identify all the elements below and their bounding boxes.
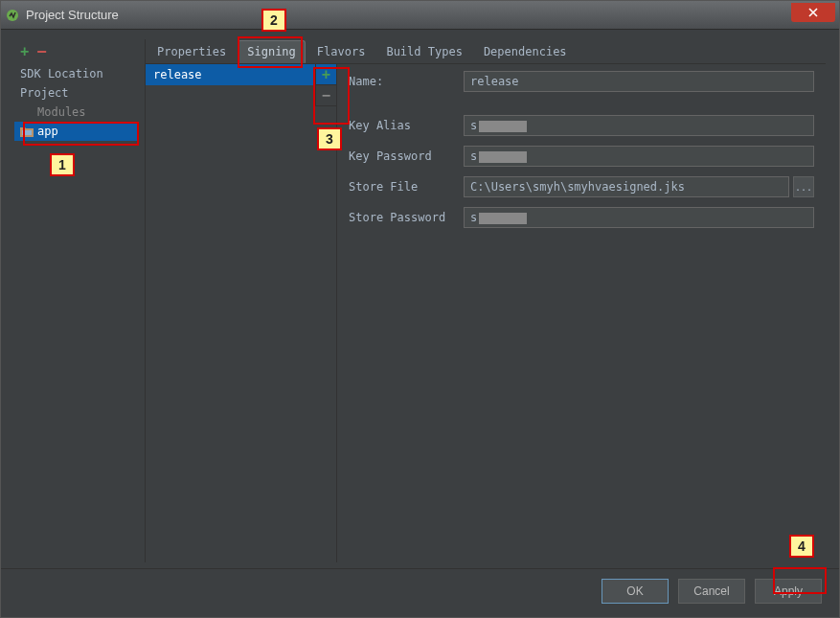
tab-properties[interactable]: Properties [148, 40, 236, 63]
close-button[interactable] [791, 3, 835, 22]
main-panel: Properties Signing Flavors Build Types D… [145, 39, 826, 562]
tab-signing[interactable]: Signing [238, 40, 306, 63]
sidebar-item-sdk-location[interactable]: SDK Location [14, 64, 139, 83]
add-module-button[interactable]: + [20, 43, 29, 60]
svg-rect-1 [22, 130, 32, 135]
dialog-button-bar: OK Cancel Apply [1, 568, 839, 617]
remove-module-button[interactable]: − [36, 42, 47, 62]
key-password-input[interactable]: s [464, 146, 814, 167]
ok-button[interactable]: OK [602, 579, 669, 604]
key-alias-input[interactable]: s [464, 115, 814, 136]
key-password-value: s [470, 149, 477, 163]
tab-dependencies[interactable]: Dependencies [474, 40, 577, 63]
sidebar-item-project[interactable]: Project [14, 83, 139, 103]
store-file-input[interactable] [464, 176, 789, 197]
tab-flavors[interactable]: Flavors [307, 40, 375, 63]
close-icon [808, 8, 818, 17]
redacted-segment [479, 151, 527, 163]
sidebar-item-label: app [37, 125, 58, 138]
store-password-value: s [470, 211, 477, 224]
redacted-segment [479, 121, 527, 132]
module-tree: SDK Location Project Modules app [14, 64, 139, 562]
app-icon [5, 8, 20, 23]
redacted-segment [479, 213, 527, 224]
sidebar: + − SDK Location Project Modules app [14, 39, 139, 562]
sidebar-toolbar: + − [14, 39, 139, 64]
store-password-input[interactable]: s [464, 207, 814, 228]
sidebar-heading-modules: Modules [14, 103, 139, 122]
name-label: Name: [349, 75, 464, 88]
store-password-label: Store Password [349, 211, 464, 224]
name-input[interactable] [464, 71, 814, 92]
browse-button[interactable]: ... [793, 176, 814, 197]
remove-config-button[interactable]: − [316, 85, 336, 106]
sidebar-item-app[interactable]: app [14, 122, 139, 141]
config-item-release[interactable]: release [146, 64, 336, 85]
signing-config-list: release + − [146, 64, 337, 562]
store-file-label: Store File [349, 180, 464, 194]
apply-button[interactable]: Apply [755, 579, 822, 604]
tab-bar: Properties Signing Flavors Build Types D… [146, 39, 826, 64]
key-alias-value: s [470, 119, 477, 132]
key-alias-label: Key Alias [349, 119, 464, 132]
signing-form: Name: Key Alias s Key Password s Store F… [337, 64, 826, 562]
folder-icon [20, 126, 34, 137]
window-title: Project Structure [26, 8, 791, 22]
titlebar: Project Structure [1, 1, 839, 30]
key-password-label: Key Password [349, 149, 464, 163]
tab-build-types[interactable]: Build Types [376, 40, 471, 63]
cancel-button[interactable]: Cancel [678, 579, 745, 604]
add-config-button[interactable]: + [316, 64, 336, 85]
